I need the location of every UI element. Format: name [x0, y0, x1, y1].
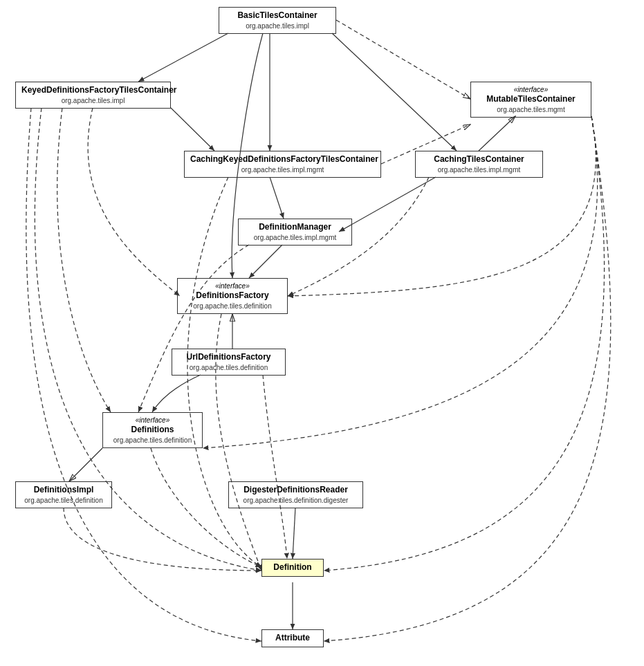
edge-basic-cachingtiles: [332, 33, 457, 151]
edge-url-defs: [152, 375, 201, 412]
diagram-svg: [0, 0, 644, 666]
edge-mutable-defs: [203, 116, 598, 448]
edge-defmgr-defsfactory: [249, 245, 282, 278]
edge-basic-mutable: [336, 20, 470, 99]
edge-basic-keyed: [138, 33, 228, 82]
diagram-container: BasicTilesContainer org.apache.tiles.imp…: [0, 0, 644, 666]
edge-defsfactory-definition: [216, 314, 261, 571]
edge-keyed-defs-dash: [57, 108, 111, 412]
edge-keyed-caching: [171, 108, 214, 151]
edge-cachingkeyed-definition: [187, 177, 261, 567]
edge-keyed-definition-dash: [35, 108, 261, 571]
edge-defs-definition: [151, 448, 261, 567]
edge-url-definition: [263, 375, 287, 559]
edge-cachingkeyed-mutable: [381, 124, 470, 164]
edge-keyed-defsfactory-dash: [88, 108, 180, 296]
edge-digester-definition: [293, 508, 295, 559]
edge-mutable-defsfactory: [288, 116, 596, 296]
edge-cachingtiles-defmgr: [339, 177, 436, 232]
edge-defs-impl: [69, 448, 102, 481]
edge-cachingtiles-mutable: [479, 116, 515, 151]
edge-defsimpl-definition: [64, 508, 261, 571]
edge-mutable-attribute: [324, 116, 611, 641]
edge-mutable-definition: [324, 116, 605, 571]
edge-keyed-attribute-dash: [26, 108, 261, 641]
edge-basic-defsfactory: [232, 33, 263, 278]
edge-caching-defmgr: [270, 177, 284, 219]
edge-cachingtiles-defsfactory: [288, 177, 429, 296]
